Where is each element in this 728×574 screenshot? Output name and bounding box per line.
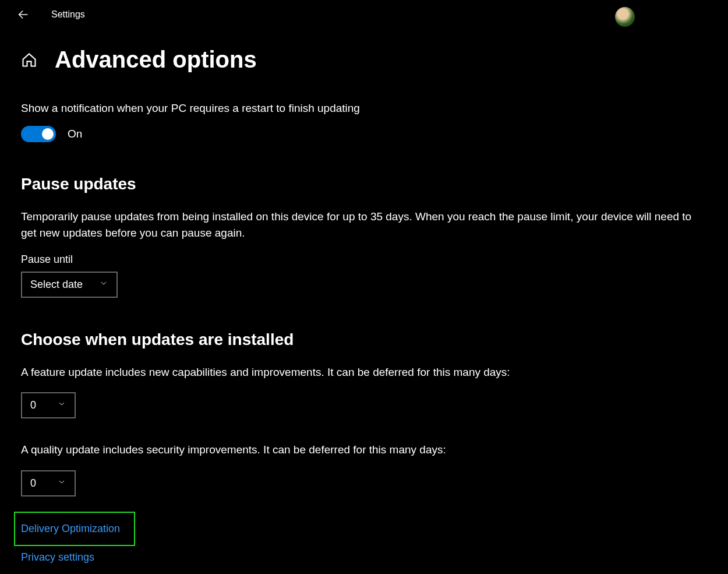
app-title: Settings [51, 9, 85, 20]
pause-until-dropdown[interactable]: Select date [21, 272, 118, 298]
feature-defer-dropdown[interactable]: 0 [21, 392, 76, 418]
choose-heading: Choose when updates are installed [21, 330, 707, 349]
quality-defer-dropdown[interactable]: 0 [21, 470, 76, 496]
quality-defer-value: 0 [30, 477, 36, 490]
notification-restart-label: Show a notification when your PC require… [21, 101, 707, 117]
chevron-down-icon [99, 279, 108, 291]
toggle-knob [42, 128, 54, 140]
chevron-down-icon [57, 399, 66, 411]
pause-description: Temporarily pause updates from being ins… [21, 209, 707, 242]
pause-until-label: Pause until [21, 253, 707, 266]
pause-until-value: Select date [30, 279, 83, 291]
delivery-optimization-highlight: Delivery Optimization [14, 512, 135, 546]
home-icon[interactable] [21, 52, 37, 68]
page-title: Advanced options [55, 47, 257, 73]
feature-defer-value: 0 [30, 399, 36, 411]
notification-toggle-row: On [21, 126, 707, 142]
delivery-optimization-link[interactable]: Delivery Optimization [21, 523, 120, 534]
pause-heading: Pause updates [21, 175, 707, 193]
notification-toggle-state: On [68, 128, 82, 140]
quality-update-label: A quality update includes security impro… [21, 442, 707, 459]
content-area: Advanced options Show a notification whe… [0, 29, 728, 564]
chevron-down-icon [57, 477, 66, 490]
page-header: Advanced options [21, 47, 707, 73]
feature-update-label: A feature update includes new capabiliti… [21, 364, 707, 381]
privacy-settings-link[interactable]: Privacy settings [21, 551, 707, 564]
notification-toggle[interactable] [21, 126, 56, 142]
back-button[interactable] [12, 3, 35, 26]
user-avatar[interactable] [615, 7, 635, 27]
